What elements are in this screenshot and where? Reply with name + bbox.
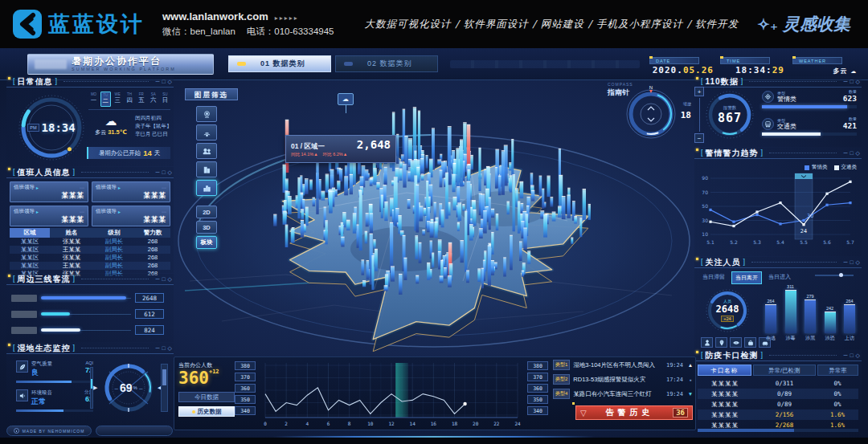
focus-tab[interactable]: 当日滞留 — [699, 271, 728, 284]
scrollbar[interactable] — [698, 429, 858, 432]
tab-data-category-1[interactable]: 01 数据类别 — [228, 55, 331, 72]
platform-title-plate: 暑期办公协作平台 SUMMER WORKING PLATFORM — [27, 54, 214, 75]
alert-item[interactable]: 类型2RD13-53烟感报警疑似火灾17:24● — [553, 374, 694, 385]
range-slider[interactable] — [815, 275, 854, 276]
eye-icon[interactable] — [730, 337, 742, 348]
compass-dial[interactable]: N — [625, 88, 677, 140]
minimize-icon[interactable]: ─ — [155, 79, 159, 84]
minimize-icon[interactable]: ─ — [843, 352, 847, 358]
logo-text[interactable]: 蓝蓝设计 — [48, 10, 145, 39]
y-tick: 340 — [527, 406, 548, 415]
panel-police-trend: [警情警力趋势]─□◇ 警情类交通类 907050301030245.15.25… — [694, 148, 862, 256]
alert-history-button[interactable]: ▽ 告警历史 36 — [575, 405, 693, 420]
expand-icon[interactable]: ◇ — [856, 352, 860, 358]
layer-button-chart-icon[interactable] — [196, 180, 217, 196]
date-plate: DATE 2020.05.26 — [649, 57, 714, 75]
site-header: 蓝蓝设计 www.lanlanwork.com▸▸▸▸▸ 微信：ben_lanl… — [0, 0, 868, 48]
expand-icon[interactable]: ◇ — [856, 79, 860, 84]
platform-title: 暑期办公协作平台 — [72, 56, 176, 66]
restore-icon[interactable]: □ — [850, 259, 853, 265]
x-axis-labels: 024681012141618202224 — [260, 421, 522, 427]
cloud-icon: ☁ — [90, 115, 132, 128]
censored-label — [11, 327, 37, 334]
alarm-type-row: 类型交通类数量421 — [762, 116, 857, 136]
history-data-button[interactable]: 历史数据 — [178, 406, 235, 417]
alert-item[interactable]: 类型4某路口有小汽车连闯三个红灯19:24▼ — [553, 389, 694, 399]
bag-icon[interactable] — [744, 337, 756, 348]
duty-leader-card: 值班领导▸⋯某某某 — [10, 181, 88, 202]
expand-icon[interactable]: ◇ — [168, 345, 172, 351]
wechat-contact: 微信：ben_lanlan — [162, 26, 235, 36]
svg-text:5.6: 5.6 — [823, 239, 831, 245]
weekday: SA六 — [148, 92, 158, 107]
zoom-out-button[interactable]: − — [694, 133, 704, 143]
layer-button-板块[interactable]: 板块 — [196, 236, 217, 249]
y-tick: 360 — [235, 384, 256, 393]
minimize-icon[interactable]: ─ — [843, 150, 847, 156]
focus-bar: 264在逃 — [764, 284, 778, 342]
layer-button-building-icon[interactable] — [196, 161, 217, 177]
inspiration-collect[interactable]: ✧₊ 灵感收集 — [757, 13, 850, 35]
tab-data-category-2[interactable]: 02 数据类别 — [335, 55, 438, 72]
alert-text: 湿地3-104片区有不明人员闯入 — [573, 361, 663, 369]
restore-icon[interactable]: □ — [162, 345, 165, 351]
focus-tab[interactable]: 当日离开 — [731, 271, 762, 284]
warning-triangle-icon: ▽ — [580, 409, 587, 418]
person-icon[interactable] — [701, 337, 713, 348]
weather-plate: WEATHER 多云☁ — [792, 57, 857, 75]
alert-item[interactable]: 类型1湿地3-104片区有不明人员闯入19:24▲ — [553, 360, 694, 370]
collect-label: 灵感收集 — [783, 13, 850, 35]
table-row: 某某某某2/1561.6% — [698, 409, 858, 420]
focus-tab[interactable]: 当日进入 — [765, 271, 794, 284]
svg-text:30: 30 — [702, 218, 708, 223]
trend-down-icon: ▼ — [686, 391, 694, 397]
layer-buttons: 2D3D板块 — [196, 106, 217, 249]
restore-icon[interactable]: □ — [162, 169, 165, 175]
table-header-row: 区域姓名级别警力数 — [10, 228, 170, 238]
minimize-icon[interactable]: ─ — [155, 169, 159, 175]
restore-icon[interactable]: □ — [162, 276, 165, 282]
expand-icon[interactable]: ◇ — [856, 150, 860, 156]
svg-text:5.7: 5.7 — [846, 239, 854, 245]
eco-slider-right[interactable] — [161, 364, 168, 412]
website-link[interactable]: www.lanlanwork.com — [162, 10, 268, 22]
layer-button-2D[interactable]: 2D — [196, 206, 217, 218]
minimize-icon[interactable]: ─ — [843, 259, 847, 265]
cloud-icon: ☁ — [850, 65, 857, 75]
noise-block: 环境噪音 正常 分贝 61 — [16, 389, 93, 412]
pin-icon[interactable] — [715, 337, 727, 348]
zoom-level: 缩放18 — [678, 101, 691, 121]
minimize-icon[interactable]: ─ — [843, 79, 847, 84]
expand-icon[interactable]: ◇ — [168, 79, 172, 84]
lanlan-logo-icon[interactable] — [13, 10, 42, 39]
layer-button-3D[interactable]: 3D — [196, 221, 217, 234]
layer-button-signal-icon[interactable] — [196, 124, 217, 141]
layer-button-people-icon[interactable] — [196, 143, 217, 159]
censored-label — [11, 311, 37, 318]
panel-title: 日常信息 — [18, 76, 53, 88]
panel-tick — [8, 344, 10, 346]
zoom-in-button[interactable]: + — [694, 87, 704, 96]
tooltip-value: 2,648 — [357, 138, 391, 151]
restore-icon[interactable]: □ — [850, 352, 853, 358]
layer-button-camera-icon[interactable] — [196, 106, 217, 122]
panel-tick — [696, 258, 698, 260]
focus-bar: 311涉毒 — [784, 284, 798, 342]
zoom-track[interactable] — [699, 98, 700, 132]
focus-bar: 242涉恐 — [823, 284, 837, 342]
y-tick: 350 — [527, 395, 548, 404]
expand-icon[interactable]: ◇ — [856, 259, 860, 265]
minimize-icon[interactable]: ─ — [155, 276, 159, 282]
expand-icon[interactable]: ◇ — [168, 276, 172, 282]
restore-icon[interactable]: □ — [850, 150, 853, 156]
expand-icon[interactable]: ◇ — [168, 169, 172, 175]
restore-icon[interactable]: □ — [162, 79, 165, 84]
panel-title: 值班人员信息 — [18, 167, 71, 178]
today-data-button[interactable]: 今日数据 — [178, 392, 235, 402]
arrow-right-icon[interactable]: ▶ — [93, 385, 97, 391]
legend-item: 警情类 — [805, 164, 828, 171]
svg-text:5.5: 5.5 — [800, 239, 808, 245]
restore-icon[interactable]: □ — [850, 79, 853, 84]
panel-tick — [8, 275, 10, 277]
minimize-icon[interactable]: ─ — [155, 345, 159, 351]
